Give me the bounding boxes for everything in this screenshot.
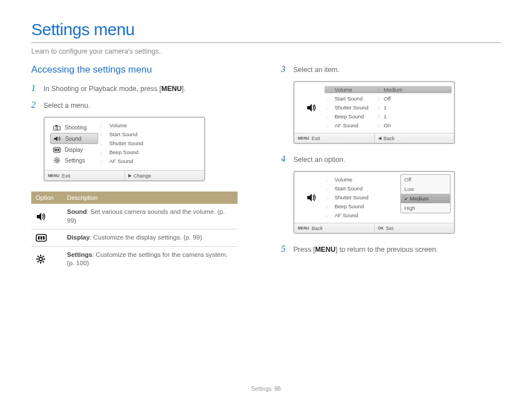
step-2-text: Select a menu. [43, 102, 90, 109]
svg-line-13 [59, 162, 59, 162]
svg-rect-2 [55, 125, 57, 126]
speaker-icon [53, 135, 62, 142]
step-4-text: Select an option. [293, 156, 345, 164]
footer-set: OKSet [374, 223, 454, 233]
menu-key-icon: MENU [48, 174, 60, 178]
menu-item-shooting: Shooting [50, 122, 98, 132]
display-icon [31, 229, 62, 247]
step-1: 1 In Shooting or Playback mode, press [M… [31, 83, 254, 93]
table-row: Settings: Customize the settings for the… [31, 246, 238, 272]
step-number: 3 [281, 64, 289, 74]
step-number: 2 [31, 100, 39, 110]
page-footer: Settings 98 [0, 386, 532, 392]
menu-key: MENU [315, 246, 336, 253]
svg-point-20 [39, 257, 42, 261]
lcd-menu-select: Shooting Sound Display [43, 117, 205, 181]
option-medium: Medium [401, 194, 450, 203]
gear-icon [31, 246, 62, 272]
option-off: Off [401, 175, 450, 184]
title-rule [31, 42, 501, 43]
speaker-icon [306, 103, 317, 112]
menu-item-sound: Sound [50, 133, 98, 144]
footer-back: ◀Back [374, 133, 454, 143]
speaker-icon [31, 204, 62, 229]
step-5: 5 Press [MENU] to return to the previous… [281, 244, 482, 254]
svg-rect-5 [56, 149, 57, 151]
step-2: 2 Select a menu. [31, 100, 254, 110]
menu-item-display: Display [50, 145, 98, 155]
page-subtitle: Learn to configure your camera's setting… [31, 47, 501, 55]
svg-point-7 [56, 159, 58, 161]
svg-line-27 [37, 261, 38, 262]
step-5-text-a: Press [ [293, 246, 315, 253]
step-number: 4 [281, 154, 289, 164]
option-dropdown: Off Low Medium High [400, 174, 451, 213]
svg-rect-18 [41, 236, 42, 240]
gear-icon [52, 157, 61, 164]
display-icon [52, 146, 61, 153]
svg-line-28 [43, 256, 44, 257]
footer-change: ▶Change [124, 171, 205, 180]
svg-line-12 [55, 158, 55, 159]
step-3: 3 Select an item. [281, 64, 482, 74]
menu-key: MENU [161, 85, 182, 93]
lcd-option-select: Volume Start Sound Shutter Sound Beep So… [293, 171, 455, 234]
step-1-text-b: ]. [182, 85, 186, 93]
menu-key-icon: MENU [298, 226, 309, 230]
lcd-item-select: Volume:Medium Start Sound:Off Shutter So… [293, 81, 455, 144]
ok-key-icon: OK [378, 226, 384, 230]
section-heading: Accessing the settings menu [31, 64, 254, 75]
svg-rect-4 [55, 149, 56, 151]
svg-rect-17 [38, 236, 40, 240]
speaker-icon [306, 193, 317, 202]
table-row: Display: Customize the display settings.… [31, 229, 238, 247]
svg-rect-6 [58, 149, 59, 151]
step-5-text-b: ] to return to the previous screen. [336, 246, 438, 253]
step-number: 5 [281, 244, 289, 254]
step-number: 1 [31, 83, 39, 93]
svg-line-15 [59, 158, 59, 159]
table-head-option: Option [31, 192, 62, 204]
step-1-text-a: In Shooting or Playback mode, press [ [43, 85, 161, 93]
footer-exit: MENUExit [45, 171, 124, 180]
camera-icon [52, 124, 61, 131]
svg-line-25 [37, 256, 38, 257]
table-head-description: Description [62, 192, 238, 204]
option-high: High [401, 203, 450, 213]
step-3-text: Select an item. [293, 66, 340, 74]
svg-point-1 [56, 127, 58, 129]
step-4: 4 Select an option. [281, 154, 482, 164]
menu-key-icon: MENU [298, 136, 309, 140]
options-table: Option Description Sound: Set various ca… [31, 192, 238, 272]
menu-item-settings: Settings [50, 155, 98, 165]
right-arrow-icon: ▶ [128, 173, 132, 178]
left-arrow-icon: ◀ [378, 136, 381, 141]
table-row: Sound: Set various camera sounds and the… [31, 204, 238, 229]
svg-line-14 [55, 162, 55, 162]
option-low: Low [401, 184, 450, 194]
svg-line-26 [43, 261, 44, 262]
footer-back: MENUBack [294, 223, 374, 233]
svg-rect-19 [43, 236, 45, 240]
footer-exit: MENUExit [294, 133, 374, 143]
page-title: Settings menu [31, 20, 501, 39]
